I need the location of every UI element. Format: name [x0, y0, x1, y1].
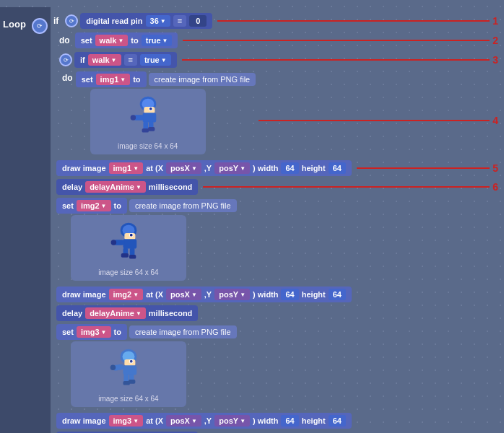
draw-img1-block[interactable]: draw image img1 at (X posX ,Y posY ) wid… [56, 160, 352, 176]
row7-container: set img2 to create image from PNG file [56, 198, 498, 284]
img1-dropdown[interactable]: img1 [96, 74, 131, 85]
arrow-4 [258, 120, 490, 121]
height-label-1: height [302, 164, 326, 172]
posx-dropdown-2[interactable]: posX [166, 289, 201, 300]
img1-draw-dropdown[interactable]: img1 [109, 162, 144, 174]
posx-dropdown-1[interactable]: posX [166, 162, 201, 174]
loop-icon[interactable]: ⟳ [32, 18, 48, 34]
image-display-2: image size 64 x 64 [71, 215, 186, 281]
to-label-4: to [114, 328, 121, 336]
height-val-1[interactable]: 64 [329, 162, 346, 174]
posy-dropdown-2[interactable]: posY [214, 289, 250, 300]
loop-icon-1[interactable]: ⟳ [65, 14, 78, 27]
set-img3-block[interactable]: set img3 to [56, 324, 127, 340]
pin-dropdown[interactable]: 36 [146, 15, 170, 27]
set-img1-block[interactable]: set img1 to [76, 71, 147, 87]
y-label-1: ,Y [204, 164, 212, 172]
row8-draw: draw image img2 at (X posX ,Y posY ) wid… [56, 287, 498, 302]
width-label-2: ) width [253, 290, 278, 299]
arrow-6 [203, 186, 490, 188]
row5-draw: draw image img1 at (X posX ,Y posY ) wid… [56, 160, 498, 176]
posy-dropdown-1[interactable]: posY [214, 162, 250, 174]
set-img2-block[interactable]: set img2 to [56, 198, 127, 214]
image-size-2: image size 64 x 64 [98, 268, 158, 276]
svg-rect-22 [121, 253, 129, 258]
svg-point-7 [130, 115, 136, 121]
delay-block-1[interactable]: delay delayAnime millisecond [56, 179, 198, 195]
png-label-3: create image from PNG file [135, 328, 231, 336]
height-val-3[interactable]: 64 [329, 415, 346, 427]
posy-dropdown-3[interactable]: posY [214, 415, 250, 427]
height-val-2[interactable]: 64 [329, 289, 346, 300]
delay-label-1: delay [62, 183, 82, 191]
width-val-2[interactable]: 64 [281, 289, 298, 300]
set-label-2: set [82, 75, 93, 84]
set-walk-block[interactable]: set walk to true [75, 32, 178, 48]
posx-dropdown-3[interactable]: posX [166, 415, 201, 427]
digital-read-block[interactable]: digital read pin 36 = 0 [80, 13, 212, 29]
megaman-sprite-2 [107, 221, 150, 264]
walk-dropdown-2[interactable]: walk [88, 54, 121, 66]
row6-delay: delay delayAnime millisecond 6 [56, 179, 498, 195]
width-label-3: ) width [253, 416, 278, 425]
walk-dropdown-1[interactable]: walk [95, 35, 129, 46]
megaman-sprite-3 [107, 347, 150, 390]
svg-rect-17 [123, 239, 137, 248]
sprite-3 [105, 346, 152, 392]
equals-operator: = [173, 15, 186, 27]
png-block-3: create image from PNG file [129, 325, 237, 338]
true-value-1[interactable]: true [142, 35, 173, 46]
annotation-3: 3 [492, 54, 498, 66]
set-label-4: set [62, 328, 74, 336]
loop-icon-2[interactable]: ⟳ [59, 53, 72, 66]
digital-read-label: digital read pin [86, 17, 142, 25]
loop-label: Loop [3, 19, 26, 30]
png-block-1: create image from PNG file [149, 73, 256, 86]
arrow-3 [182, 59, 490, 61]
width-label-1: ) width [253, 164, 278, 172]
delay-var-2[interactable]: delayAnime [85, 307, 146, 319]
row11-draw: draw image img3 at (X posX ,Y posY ) wid… [56, 413, 498, 429]
img2-draw-dropdown[interactable]: img2 [109, 289, 144, 300]
set-label-3: set [62, 201, 74, 210]
arrow-2 [183, 40, 490, 41]
at-x-2: at (X [146, 290, 163, 299]
y-label-3: ,Y [204, 416, 212, 425]
row4-container: do set img1 to create image from PNG fil… [56, 71, 498, 157]
at-x-3: at (X [146, 416, 163, 425]
img2-dropdown[interactable]: img2 [77, 200, 111, 211]
set-img2-row: set img2 to create image from PNG file [56, 198, 237, 214]
to-label-3: to [114, 201, 121, 210]
row10-container: set img3 to create image from PNG file [56, 324, 498, 410]
width-val-3[interactable]: 64 [281, 415, 298, 427]
svg-rect-35 [129, 380, 135, 384]
equals-2: = [124, 54, 137, 66]
true-value-2[interactable]: true [140, 54, 171, 66]
annotation-4: 4 [492, 115, 498, 126]
img3-dropdown[interactable]: img3 [77, 326, 111, 338]
walk-condition-block[interactable]: if walk = true [74, 52, 177, 68]
png-label-2: create image from PNG file [135, 201, 231, 210]
image-display-1: image size 64 x 64 [90, 89, 206, 154]
height-label-2: height [302, 290, 326, 299]
svg-point-31 [110, 364, 116, 370]
main-content: if ⟳ digital read pin 36 = 0 1 do set wa… [51, 7, 504, 433]
svg-rect-5 [142, 113, 156, 122]
svg-point-19 [111, 240, 117, 245]
width-val-1[interactable]: 64 [281, 162, 298, 174]
sidebar: Loop ⟳ [0, 7, 51, 433]
delay-label-2: delay [62, 309, 82, 318]
img3-draw-dropdown[interactable]: img3 [109, 415, 144, 427]
do-label-2: do [62, 73, 73, 83]
draw-label-1: draw image [62, 164, 106, 172]
row1-if: if ⟳ digital read pin 36 = 0 1 [53, 13, 498, 29]
row2-do: do set walk to true 2 [53, 32, 498, 48]
pin-value[interactable]: 0 [189, 15, 207, 27]
draw-img2-block[interactable]: draw image img2 at (X posX ,Y posY ) wid… [56, 287, 352, 302]
svg-point-4 [149, 108, 152, 110]
set-label-1: set [81, 36, 92, 45]
delay-var-1[interactable]: delayAnime [85, 181, 146, 193]
draw-img3-block[interactable]: draw image img3 at (X posX ,Y posY ) wid… [56, 413, 352, 429]
delay-block-2[interactable]: delay delayAnime millisecond [56, 305, 198, 321]
draw-label-2: draw image [62, 290, 106, 299]
